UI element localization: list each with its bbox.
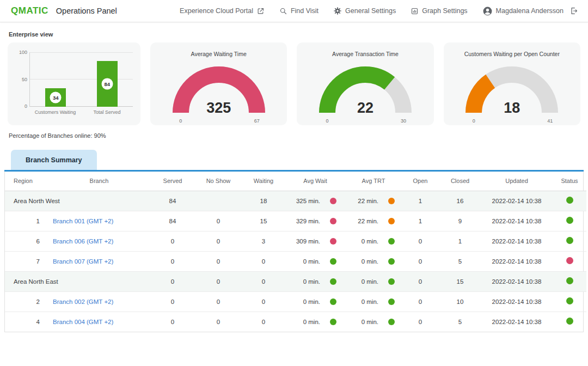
- branch-link[interactable]: Branch 002 (GMT +2): [53, 298, 113, 305]
- branch-status-dot: [566, 257, 573, 264]
- x-label-customers-waiting: Customers Waiting: [29, 109, 81, 115]
- column-header-status: Status: [553, 172, 586, 191]
- gauge-max-label: 41: [547, 118, 553, 124]
- branch-status-dot: [566, 318, 573, 325]
- closed-cell: 9: [439, 211, 481, 231]
- bar-rect: 34: [45, 88, 66, 107]
- column-header-served: Served: [151, 172, 194, 191]
- column-header-avg-wait: Avg Wait: [285, 172, 346, 191]
- graph-settings-button[interactable]: Graph Settings: [411, 7, 467, 15]
- avg-trt-status-dot: [388, 319, 395, 325]
- no-show-cell: 0: [194, 291, 242, 312]
- avg-trt-cell: 0 min.: [346, 251, 401, 271]
- app-header: QMATIC Operations Panel Experience Cloud…: [0, 0, 588, 22]
- enterprise-bar-chart-card: 100 50 0 34 84 Custo: [8, 42, 140, 125]
- gauge: 18 0 41: [460, 60, 564, 114]
- bar-chart-plot: 100 50 0 34 84: [29, 52, 133, 107]
- status-cell: [553, 251, 586, 271]
- updated-cell: 2022-02-14 10:38: [481, 211, 553, 231]
- tab-branch-summary[interactable]: Branch Summary: [11, 150, 97, 170]
- avatar-icon: [482, 6, 493, 16]
- updated-cell: 2022-02-14 10:38: [481, 231, 553, 251]
- avg-wait-status-dot: [330, 298, 336, 305]
- enterprise-cards: 100 50 0 34 84 Custo: [8, 42, 580, 125]
- closed-cell: 15: [439, 271, 481, 291]
- branch-status-dot: [566, 197, 573, 204]
- search-icon: [279, 7, 287, 15]
- avg-trt-status-dot: [388, 218, 395, 224]
- avg-wait-status-dot: [330, 319, 336, 325]
- served-cell: 0: [151, 291, 194, 312]
- open-cell: 0: [401, 312, 439, 332]
- branch-cell: Branch 001 (GMT +2): [47, 211, 151, 231]
- branch-row: 2Branch 002 (GMT +2)0000 min.0 min.01020…: [5, 291, 586, 312]
- branch-row: 7Branch 007 (GMT +2)0000 min.0 min.05202…: [5, 251, 586, 271]
- updated-cell: 2022-02-14 10:38: [481, 291, 553, 312]
- open-cell: 0: [401, 251, 439, 271]
- user-menu[interactable]: Magdalena Andersson: [482, 6, 564, 16]
- closed-cell: 16: [439, 191, 481, 211]
- gauge-title: Average Waiting Time: [150, 42, 287, 57]
- column-header-open: Open: [401, 172, 439, 191]
- header-nav: Experience Cloud Portal Find Visit: [180, 6, 578, 16]
- avg-wait-cell: 325 min.: [285, 191, 346, 211]
- cloud-portal-link[interactable]: Experience Cloud Portal: [180, 7, 265, 15]
- bar-value-badge: 84: [101, 78, 113, 90]
- region-row: Area North West8418325 min.22 min.116202…: [5, 191, 586, 211]
- table-header-row: Region Branch Served No Show Waiting Avg…: [5, 172, 586, 191]
- updated-cell: 2022-02-14 10:38: [481, 271, 553, 291]
- served-cell: 0: [151, 251, 194, 271]
- general-settings-label: General Settings: [345, 7, 396, 15]
- column-header-no-show: No Show: [194, 172, 242, 191]
- gauge-min-label: 0: [179, 118, 182, 124]
- logout-button[interactable]: [569, 7, 578, 15]
- avg-waiting-time-gauge-card: Average Waiting Time 325 0 67: [150, 42, 287, 125]
- branch-status-dot: [566, 277, 573, 284]
- closed-cell: 5: [439, 251, 481, 271]
- general-settings-button[interactable]: General Settings: [333, 7, 396, 15]
- avg-wait-status-dot: [330, 198, 336, 204]
- status-cell: [553, 291, 586, 312]
- updated-cell: 2022-02-14 10:38: [481, 312, 553, 332]
- waiting-cell: 0: [242, 271, 285, 291]
- open-cell: 0: [401, 291, 439, 312]
- branch-status-dot: [566, 217, 573, 224]
- no-show-cell: 0: [194, 312, 242, 332]
- logout-icon: [569, 7, 578, 15]
- avg-trt-cell: 0 min.: [346, 312, 401, 332]
- avg-wait-cell: 0 min.: [285, 251, 346, 271]
- avg-wait-cell: 0 min.: [285, 271, 346, 291]
- avg-trt-cell: 22 min.: [346, 211, 401, 231]
- branch-link[interactable]: Branch 004 (GMT +2): [53, 319, 113, 325]
- open-cell: 0: [401, 231, 439, 251]
- status-cell: [553, 231, 586, 251]
- branch-link[interactable]: Branch 001 (GMT +2): [53, 218, 113, 224]
- open-cell: 1: [401, 211, 439, 231]
- qmatic-logo: QMATIC: [11, 5, 48, 16]
- find-visit-button[interactable]: Find Visit: [279, 7, 318, 15]
- y-tick-50: 50: [14, 77, 27, 82]
- open-cell: 1: [401, 191, 439, 211]
- column-header-region: Region: [5, 172, 47, 191]
- status-cell: [553, 271, 586, 291]
- branch-status-dot: [566, 237, 573, 244]
- no-show-cell: 0: [194, 251, 242, 271]
- user-name: Magdalena Andersson: [496, 7, 564, 15]
- gear-icon: [333, 7, 342, 15]
- branch-cell: Branch 004 (GMT +2): [47, 312, 151, 332]
- branch-link[interactable]: Branch 006 (GMT +2): [53, 238, 113, 245]
- branch-link[interactable]: Branch 007 (GMT +2): [53, 258, 113, 265]
- served-cell: 0: [151, 231, 194, 251]
- waiting-cell: 0: [242, 251, 285, 271]
- waiting-cell: 15: [242, 211, 285, 231]
- region-row: Area North East0000 min.0 min.0152022-02…: [5, 271, 586, 291]
- external-link-icon: [256, 7, 265, 15]
- page-title: Operations Panel: [56, 7, 117, 15]
- no-show-cell: 0: [194, 231, 242, 251]
- avg-trt-cell: 22 min.: [346, 191, 401, 211]
- branch-summary-table: Region Branch Served No Show Waiting Avg…: [5, 172, 586, 332]
- status-cell: [553, 312, 586, 332]
- gauge-max-label: 67: [254, 118, 260, 124]
- bar-chart-x-labels: Customers Waiting Total Served: [29, 109, 133, 115]
- updated-cell: 2022-02-14 10:38: [481, 251, 553, 271]
